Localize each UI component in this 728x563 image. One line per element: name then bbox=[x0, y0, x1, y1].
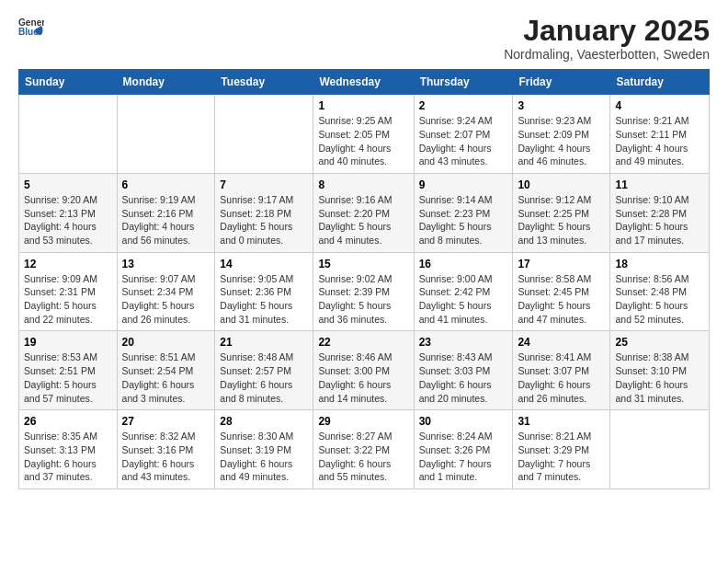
calendar-cell: 31Sunrise: 8:21 AM Sunset: 3:29 PM Dayli… bbox=[513, 410, 610, 489]
day-headers-row: Sunday Monday Tuesday Wednesday Thursday… bbox=[19, 70, 710, 95]
day-number: 27 bbox=[122, 415, 210, 428]
calendar-subtitle: Nordmaling, Vaesterbotten, Sweden bbox=[504, 47, 710, 62]
calendar-cell: 10Sunrise: 9:12 AM Sunset: 2:25 PM Dayli… bbox=[513, 173, 610, 252]
calendar-cell: 17Sunrise: 8:58 AM Sunset: 2:45 PM Dayli… bbox=[513, 252, 610, 331]
calendar-cell: 23Sunrise: 8:43 AM Sunset: 3:03 PM Dayli… bbox=[414, 331, 513, 410]
day-number: 25 bbox=[615, 336, 704, 349]
calendar-cell: 27Sunrise: 8:32 AM Sunset: 3:16 PM Dayli… bbox=[117, 410, 215, 489]
calendar-cell: 29Sunrise: 8:27 AM Sunset: 3:22 PM Dayli… bbox=[313, 410, 414, 489]
day-number: 10 bbox=[518, 178, 605, 191]
calendar-cell: 26Sunrise: 8:35 AM Sunset: 3:13 PM Dayli… bbox=[19, 410, 118, 489]
day-number: 28 bbox=[220, 415, 308, 428]
day-number: 16 bbox=[419, 258, 508, 270]
day-info: Sunrise: 9:00 AM Sunset: 2:42 PM Dayligh… bbox=[419, 272, 508, 327]
header-thursday: Thursday bbox=[414, 70, 513, 95]
calendar-cell bbox=[215, 95, 313, 174]
day-number: 21 bbox=[220, 336, 308, 349]
calendar-cell: 22Sunrise: 8:46 AM Sunset: 3:00 PM Dayli… bbox=[313, 331, 414, 410]
day-info: Sunrise: 9:09 AM Sunset: 2:31 PM Dayligh… bbox=[24, 272, 112, 327]
day-number: 7 bbox=[220, 178, 308, 191]
day-info: Sunrise: 8:53 AM Sunset: 2:51 PM Dayligh… bbox=[24, 350, 112, 405]
header-tuesday: Tuesday bbox=[215, 70, 313, 95]
day-info: Sunrise: 8:41 AM Sunset: 3:07 PM Dayligh… bbox=[518, 350, 605, 405]
day-number: 14 bbox=[220, 258, 308, 270]
calendar-cell: 30Sunrise: 8:24 AM Sunset: 3:26 PM Dayli… bbox=[414, 410, 513, 489]
day-number: 9 bbox=[419, 178, 508, 191]
calendar-cell bbox=[19, 95, 118, 174]
day-number: 13 bbox=[122, 258, 210, 270]
day-info: Sunrise: 8:24 AM Sunset: 3:26 PM Dayligh… bbox=[419, 430, 508, 484]
day-info: Sunrise: 9:02 AM Sunset: 2:39 PM Dayligh… bbox=[318, 272, 408, 327]
day-info: Sunrise: 8:43 AM Sunset: 3:03 PM Dayligh… bbox=[419, 350, 508, 405]
day-info: Sunrise: 9:05 AM Sunset: 2:36 PM Dayligh… bbox=[220, 272, 308, 327]
day-info: Sunrise: 8:56 AM Sunset: 2:48 PM Dayligh… bbox=[615, 272, 704, 327]
day-number: 19 bbox=[24, 336, 112, 349]
day-number: 24 bbox=[518, 336, 605, 349]
day-number: 17 bbox=[518, 258, 605, 270]
day-info: Sunrise: 9:12 AM Sunset: 2:25 PM Dayligh… bbox=[518, 193, 605, 247]
calendar-week-row: 12Sunrise: 9:09 AM Sunset: 2:31 PM Dayli… bbox=[19, 252, 710, 331]
day-number: 1 bbox=[318, 99, 408, 112]
calendar-cell: 6Sunrise: 9:19 AM Sunset: 2:16 PM Daylig… bbox=[117, 173, 215, 252]
day-number: 23 bbox=[419, 336, 508, 349]
day-info: Sunrise: 9:23 AM Sunset: 2:09 PM Dayligh… bbox=[518, 114, 605, 168]
header-wednesday: Wednesday bbox=[313, 70, 414, 95]
day-number: 3 bbox=[518, 99, 605, 112]
calendar-cell: 18Sunrise: 8:56 AM Sunset: 2:48 PM Dayli… bbox=[610, 252, 710, 331]
calendar-cell: 8Sunrise: 9:16 AM Sunset: 2:20 PM Daylig… bbox=[313, 173, 414, 252]
svg-text:Blue: Blue bbox=[18, 27, 39, 37]
day-number: 26 bbox=[24, 415, 112, 428]
title-block: January 2025 Nordmaling, Vaesterbotten, … bbox=[504, 15, 710, 62]
calendar-cell bbox=[610, 410, 710, 489]
calendar-table: Sunday Monday Tuesday Wednesday Thursday… bbox=[18, 69, 710, 489]
day-number: 2 bbox=[419, 99, 508, 112]
day-info: Sunrise: 9:19 AM Sunset: 2:16 PM Dayligh… bbox=[122, 193, 210, 247]
calendar-cell: 11Sunrise: 9:10 AM Sunset: 2:28 PM Dayli… bbox=[610, 173, 710, 252]
day-info: Sunrise: 8:21 AM Sunset: 3:29 PM Dayligh… bbox=[518, 430, 605, 484]
logo: General Blue bbox=[18, 15, 44, 40]
day-number: 29 bbox=[318, 415, 408, 428]
header: General Blue January 2025 Nordmaling, Va… bbox=[18, 15, 710, 62]
day-number: 8 bbox=[318, 178, 408, 191]
day-number: 22 bbox=[318, 336, 408, 349]
calendar-cell: 24Sunrise: 8:41 AM Sunset: 3:07 PM Dayli… bbox=[513, 331, 610, 410]
calendar-cell: 21Sunrise: 8:48 AM Sunset: 2:57 PM Dayli… bbox=[215, 331, 313, 410]
day-info: Sunrise: 9:17 AM Sunset: 2:18 PM Dayligh… bbox=[220, 193, 308, 247]
calendar-cell: 12Sunrise: 9:09 AM Sunset: 2:31 PM Dayli… bbox=[19, 252, 118, 331]
calendar-cell: 25Sunrise: 8:38 AM Sunset: 3:10 PM Dayli… bbox=[610, 331, 710, 410]
calendar-cell: 1Sunrise: 9:25 AM Sunset: 2:05 PM Daylig… bbox=[313, 95, 414, 174]
day-number: 6 bbox=[122, 178, 210, 191]
day-info: Sunrise: 8:46 AM Sunset: 3:00 PM Dayligh… bbox=[318, 350, 408, 405]
calendar-cell: 2Sunrise: 9:24 AM Sunset: 2:07 PM Daylig… bbox=[414, 95, 513, 174]
calendar-cell: 9Sunrise: 9:14 AM Sunset: 2:23 PM Daylig… bbox=[414, 173, 513, 252]
day-number: 18 bbox=[615, 258, 704, 270]
logo-icon: General Blue bbox=[18, 15, 44, 40]
day-info: Sunrise: 9:07 AM Sunset: 2:34 PM Dayligh… bbox=[122, 272, 210, 327]
day-info: Sunrise: 8:30 AM Sunset: 3:19 PM Dayligh… bbox=[220, 430, 308, 484]
day-info: Sunrise: 8:48 AM Sunset: 2:57 PM Dayligh… bbox=[220, 350, 308, 405]
day-info: Sunrise: 8:27 AM Sunset: 3:22 PM Dayligh… bbox=[318, 430, 408, 484]
header-saturday: Saturday bbox=[610, 70, 710, 95]
day-info: Sunrise: 9:16 AM Sunset: 2:20 PM Dayligh… bbox=[318, 193, 408, 247]
calendar-cell: 5Sunrise: 9:20 AM Sunset: 2:13 PM Daylig… bbox=[19, 173, 118, 252]
calendar-cell bbox=[117, 95, 215, 174]
calendar-week-row: 5Sunrise: 9:20 AM Sunset: 2:13 PM Daylig… bbox=[19, 173, 710, 252]
day-info: Sunrise: 8:51 AM Sunset: 2:54 PM Dayligh… bbox=[122, 350, 210, 405]
calendar-cell: 16Sunrise: 9:00 AM Sunset: 2:42 PM Dayli… bbox=[414, 252, 513, 331]
calendar-cell: 28Sunrise: 8:30 AM Sunset: 3:19 PM Dayli… bbox=[215, 410, 313, 489]
calendar-cell: 15Sunrise: 9:02 AM Sunset: 2:39 PM Dayli… bbox=[313, 252, 414, 331]
day-number: 15 bbox=[318, 258, 408, 270]
day-info: Sunrise: 8:38 AM Sunset: 3:10 PM Dayligh… bbox=[615, 350, 704, 405]
day-info: Sunrise: 9:25 AM Sunset: 2:05 PM Dayligh… bbox=[318, 114, 408, 168]
day-info: Sunrise: 9:24 AM Sunset: 2:07 PM Dayligh… bbox=[419, 114, 508, 168]
calendar-cell: 7Sunrise: 9:17 AM Sunset: 2:18 PM Daylig… bbox=[215, 173, 313, 252]
day-number: 4 bbox=[615, 99, 704, 112]
calendar-cell: 4Sunrise: 9:21 AM Sunset: 2:11 PM Daylig… bbox=[610, 95, 710, 174]
day-info: Sunrise: 8:58 AM Sunset: 2:45 PM Dayligh… bbox=[518, 272, 605, 327]
day-info: Sunrise: 9:20 AM Sunset: 2:13 PM Dayligh… bbox=[24, 193, 112, 247]
calendar-week-row: 19Sunrise: 8:53 AM Sunset: 2:51 PM Dayli… bbox=[19, 331, 710, 410]
day-number: 12 bbox=[24, 258, 112, 270]
day-info: Sunrise: 8:32 AM Sunset: 3:16 PM Dayligh… bbox=[122, 430, 210, 484]
header-sunday: Sunday bbox=[19, 70, 118, 95]
calendar-cell: 13Sunrise: 9:07 AM Sunset: 2:34 PM Dayli… bbox=[117, 252, 215, 331]
